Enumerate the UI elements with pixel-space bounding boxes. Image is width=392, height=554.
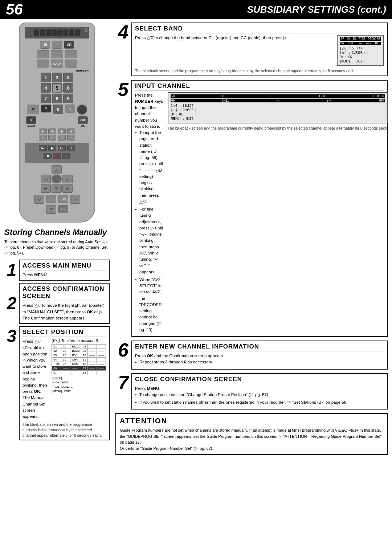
step5-bullets: To input the registered station name (ID… (135, 130, 163, 333)
minus-btn-4[interactable]: – (67, 135, 75, 140)
num-btn-8[interactable]: 8 (52, 94, 62, 103)
nav-left[interactable]: ◁ (41, 175, 51, 183)
nav-right[interactable]: ▷ (62, 175, 73, 183)
fwd-btn[interactable]: ⏭ (58, 145, 66, 151)
nav-down[interactable]: ▽ (52, 184, 62, 193)
menu-label: MENU (26, 125, 36, 127)
cell: 06 (52, 366, 61, 371)
step2-text: Press △▽ to move the highlight bar (poin… (23, 302, 106, 321)
rew-btn[interactable]: ⏮ (39, 145, 47, 151)
cell: —— (97, 345, 106, 349)
nav-center[interactable] (52, 175, 62, 183)
cell: →05 (52, 362, 61, 366)
cell: 11 (81, 358, 88, 362)
step4-text-area: Press △▽ to change the band between CH (… (135, 35, 332, 66)
power-btn[interactable]: ⏻ (40, 41, 50, 49)
minus-btn-1[interactable]: – (39, 135, 47, 140)
nav-down-left[interactable]: ⏮ (41, 184, 51, 193)
step2-box: ACCESS CONFIRMATION SCREEN Press △▽ to m… (19, 283, 110, 324)
num-btn-6[interactable]: 6 (63, 83, 73, 93)
step5-inner: Press the NUMBER keys to input the chann… (135, 92, 384, 335)
num-btn-4[interactable]: 4 (41, 83, 51, 93)
num-btn-1[interactable]: 1 (41, 73, 51, 82)
step5-main-text: Press the NUMBER keys to input the chann… (135, 92, 163, 130)
step5-bullet-1: To input the registered station name (ID… (135, 130, 163, 205)
step3-title: SELECT POSITION (23, 329, 106, 337)
num-btn-5[interactable]: 5 (52, 83, 62, 93)
btn-bot1[interactable]: ↑ (46, 195, 56, 203)
btn-r1[interactable] (37, 50, 49, 58)
cell: —— (97, 362, 106, 366)
table-row: 0430CH4 11———— (52, 358, 106, 362)
right-column: 4 SELECT BAND Press △▽ to change the ban… (115, 23, 388, 455)
pause-btn[interactable]: ⏸ (67, 145, 75, 151)
btn-dots[interactable]: ··· (52, 41, 62, 49)
step5-screen-legend: [△▽] : SELECT [◁▷] : CURSOR ←→ OK : OK [… (171, 104, 385, 121)
sh-fine: FINE (358, 37, 365, 41)
step4-text: Press △▽ to change the band between CH (… (135, 35, 332, 41)
rec-btn[interactable]: ⏺ (53, 153, 61, 159)
cell: 13 (81, 366, 88, 371)
num-btn-0[interactable]: 0 (53, 105, 63, 114)
cell: —— (97, 366, 106, 371)
cell: —— (97, 371, 106, 375)
btn-r2[interactable] (51, 50, 63, 58)
num-btn-2[interactable]: 2 (52, 73, 62, 82)
btn-bot2[interactable]: →▷ (58, 195, 68, 203)
table-row: 0323ITV 10———— (52, 353, 106, 358)
nav-bot-down[interactable]: ▽ (46, 205, 56, 214)
table-row: 0233BBC2 09———— (52, 349, 106, 353)
cell: —— (88, 345, 97, 349)
attention-text: Guide Program numbers are not set when c… (120, 427, 383, 451)
menu-btn[interactable]: ≡ (26, 116, 36, 124)
step1-box: ACCESS MAIN MENU Press MENU. (19, 260, 110, 281)
btn-r3[interactable] (65, 50, 77, 58)
plus-btn-1[interactable]: + (39, 129, 47, 134)
step5-screen-area: PR SH ID FINE DECODER 06 CH21 —— +/– (168, 92, 388, 335)
plus-btn-3[interactable]: + (58, 129, 66, 134)
stop-btn[interactable]: ⏹ (44, 153, 52, 159)
pm-group-1: + – (39, 129, 47, 140)
cell: —— (88, 353, 97, 358)
nav-left-bot[interactable]: ◁ (34, 195, 44, 204)
plus-minus-section: + – + – + – + – (25, 129, 89, 140)
btn-bot3[interactable]: ↓→ (58, 205, 68, 213)
nav-right-bot[interactable]: ▷ (70, 195, 80, 204)
step7-text: Press MENU. (135, 386, 384, 392)
btn-r4[interactable] (37, 60, 49, 68)
play-btn[interactable]: ▶ (48, 145, 56, 151)
nav-down-right[interactable]: ⏭ (62, 184, 73, 193)
cell: —— (88, 366, 97, 371)
seg5 (57, 29, 62, 36)
nav-up[interactable]: △ (52, 165, 62, 174)
plus-btn-4[interactable]: + (67, 129, 75, 134)
btn-x2[interactable]: ✕ (41, 105, 51, 113)
btn-r5[interactable] (65, 60, 77, 68)
btn-counter[interactable]: C.ADV (51, 60, 63, 68)
cell: —— (88, 371, 97, 375)
btn-x[interactable]: ✕ (27, 105, 39, 114)
step4-screen-data: 06 CH01 —— +/– OFF (340, 42, 381, 45)
step1-title: ACCESS MAIN MENU (23, 262, 106, 270)
step6-box: ENTER NEW CHANNEL INFORMATION Press OK a… (131, 341, 388, 370)
minus-btn-3[interactable]: – (58, 135, 66, 140)
step4-blueback-note: The blueback screen and the programme cu… (135, 68, 384, 74)
step5-number: 5 (115, 80, 128, 99)
ok-btn[interactable]: OK (78, 116, 88, 124)
num-btn-7[interactable]: 7 (41, 94, 51, 103)
step4-screen: PR CH ID FINE DECODER 06 CH01 —— +/– (337, 35, 384, 66)
attention-title: ATTENTION (120, 417, 383, 425)
num-btn-3[interactable]: 3 (63, 73, 73, 82)
step6-title: ENTER NEW CHANNEL INFORMATION (135, 343, 384, 351)
table-row: 07———— 14———— (52, 371, 106, 375)
pause2-btn[interactable]: ⏸ (62, 153, 70, 159)
btn-onoff[interactable]: ⏻/I (64, 41, 74, 49)
btn-special[interactable]: /// (65, 105, 75, 113)
btn-circle[interactable] (77, 105, 87, 115)
transport-section: ⏮ ▶ ⏭ ⏸ ⏹ ⏺ ⏸ (25, 143, 89, 163)
num-btn-9[interactable]: 9 (63, 94, 73, 103)
plus-btn-2[interactable]: + (48, 129, 56, 134)
cell: ITV (70, 353, 81, 358)
sh-decoder: DECODER (368, 37, 380, 41)
minus-btn-2[interactable]: – (48, 135, 56, 140)
